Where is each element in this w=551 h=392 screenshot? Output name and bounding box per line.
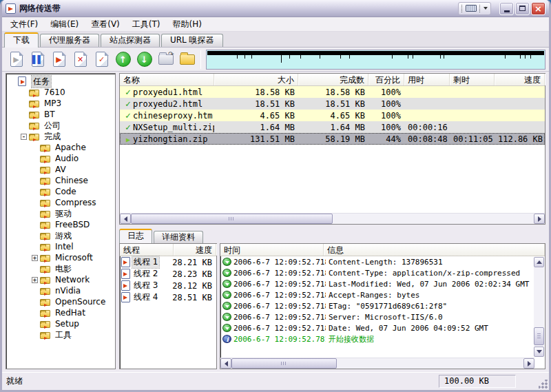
menu-item[interactable]: 文件(F) <box>4 17 44 32</box>
task-row[interactable]: NXSetup_multi.zip 1.64 MB 1.64 MB 100% 0… <box>120 121 545 133</box>
scroll-right-button[interactable] <box>523 358 534 369</box>
log-row[interactable]: 2006-6-7 12:09:52.718 Content-Type: appl… <box>220 267 545 278</box>
bottom-tab[interactable]: 日志 <box>119 229 152 243</box>
scrollbar-thumb[interactable] <box>131 214 333 224</box>
log-row[interactable]: 2006-6-7 12:09:52.718 Content-Length: 13… <box>220 256 545 267</box>
column-header[interactable]: 速度 <box>174 244 216 256</box>
task-row[interactable]: proxyedu2.html 18.51 KB 18.51 KB 100% <box>120 98 545 110</box>
minimize-button[interactable] <box>499 2 514 15</box>
column-header[interactable]: 完成数 <box>298 74 368 85</box>
column-header[interactable]: 剩时 <box>450 74 495 85</box>
log-row[interactable]: 2006-6-7 12:09:52.718 Last-Modified: Wed… <box>220 278 545 289</box>
log-status-icon <box>222 335 231 343</box>
tab[interactable]: 站点探测器 <box>101 34 160 47</box>
task-row[interactable]: yizhongtian.zip 131.51 MB 58.19 MB 44% 0… <box>120 133 545 145</box>
ime-language-bar[interactable] <box>458 2 491 15</box>
column-header[interactable]: 信息 <box>324 244 545 256</box>
column-header[interactable]: 名称 <box>120 74 214 85</box>
thread-row[interactable]: 线程 4 28.51 KB <box>120 291 216 303</box>
log-row[interactable]: 2006-6-7 12:09:52.718 Accept-Ranges: byt… <box>220 289 545 300</box>
titlebar[interactable]: 网络传送带 × <box>2 0 549 17</box>
tree-item[interactable]: 工具 <box>6 329 115 340</box>
scrollbar-track[interactable] <box>231 358 523 369</box>
tree-item[interactable]: Code <box>6 186 115 197</box>
task-row[interactable]: chineseproxy.htm 4.65 KB 4.65 KB 100% <box>120 110 545 121</box>
log-vertical-scrollbar[interactable] <box>534 257 544 357</box>
thread-row[interactable]: 线程 2 28.23 KB <box>120 268 216 280</box>
open-file-button[interactable]: ↷ <box>155 50 176 70</box>
column-header[interactable]: 大小 <box>214 74 298 85</box>
move-down-button[interactable]: ↓ <box>134 50 155 70</box>
log-horizontal-scrollbar[interactable] <box>220 358 534 369</box>
ime-drag-handle[interactable] <box>461 5 463 12</box>
menu-item[interactable]: 查看(V) <box>85 17 126 32</box>
bottom-tab[interactable]: 详细资料 <box>154 231 203 243</box>
tree-expander-icon[interactable] <box>32 255 38 261</box>
tree-expander-icon[interactable] <box>32 277 38 283</box>
tree-item[interactable]: nVidia <box>6 285 115 296</box>
resize-grip[interactable] <box>539 380 548 389</box>
tree-item[interactable]: Microsoft <box>6 252 115 263</box>
tree-item[interactable]: Network <box>6 274 115 285</box>
ime-options-arrow-icon[interactable] <box>484 7 488 10</box>
tree-item[interactable]: 游戏 <box>6 230 115 241</box>
thread-row[interactable]: 线程 3 28.12 KB <box>120 280 216 291</box>
tree-item[interactable]: Intel <box>6 241 115 252</box>
tree-item[interactable]: AV <box>6 164 115 175</box>
column-header[interactable]: 百分比 <box>368 74 404 85</box>
scrollbar-track[interactable] <box>131 214 534 224</box>
log-row[interactable]: 2006-6-7 12:09:52.781 开始接收数据 <box>220 333 545 344</box>
tree-item[interactable]: 任务 <box>6 76 115 87</box>
maximize-button[interactable] <box>515 2 530 15</box>
task-row[interactable]: proxyedu1.html 18.58 KB 18.58 KB 100% <box>120 86 545 98</box>
scroll-right-button[interactable] <box>534 214 545 224</box>
tree-item[interactable]: MP3 <box>6 98 115 109</box>
scrollbar-thumb[interactable] <box>231 358 337 369</box>
move-up-button[interactable]: ↑ <box>112 50 134 70</box>
tree-item[interactable]: 7610 <box>6 87 115 98</box>
tab[interactable]: 代理服务器 <box>40 34 99 47</box>
tree-item[interactable]: 驱动 <box>6 208 115 219</box>
scroll-down-button[interactable] <box>534 347 544 357</box>
close-button[interactable]: × <box>531 2 545 15</box>
log-row[interactable]: 2006-6-7 12:09:52.718 Server: Microsoft-… <box>220 311 545 322</box>
open-folder-button[interactable] <box>176 50 198 70</box>
tab[interactable]: URL 嗅探器 <box>161 34 223 47</box>
menu-item[interactable]: 帮助(H) <box>167 17 208 32</box>
column-header[interactable]: 线程 <box>120 244 174 256</box>
tree-item[interactable]: Chinese <box>6 175 115 186</box>
tree-item[interactable]: 完成 <box>6 131 115 142</box>
resume-button[interactable]: ▶ <box>48 50 70 70</box>
tree-item[interactable]: 电影 <box>6 263 115 274</box>
tree-item[interactable]: BT <box>6 109 115 120</box>
scroll-left-button[interactable] <box>220 358 231 369</box>
tree-item[interactable]: RedHat <box>6 307 115 318</box>
menu-item[interactable]: 编辑(E) <box>44 17 85 32</box>
thread-row[interactable]: 线程 1 28.21 KB <box>120 256 216 268</box>
tree-item[interactable]: Audio <box>6 153 115 164</box>
keyboard-icon[interactable] <box>466 5 477 12</box>
column-header[interactable]: 速度 <box>495 74 545 85</box>
scroll-up-button[interactable] <box>534 257 544 267</box>
task-horizontal-scrollbar[interactable] <box>120 213 545 224</box>
pause-button[interactable]: ▌▌ <box>27 50 48 70</box>
tree-item[interactable]: FreeBSD <box>6 219 115 230</box>
menu-item[interactable]: 工具(T) <box>126 17 167 32</box>
tab[interactable]: 下载 <box>4 32 39 48</box>
delete-button[interactable]: ✕ <box>70 50 91 70</box>
tree-item[interactable]: Setup <box>6 318 115 329</box>
column-header[interactable]: 用时 <box>404 74 450 85</box>
scrollbar-thumb[interactable] <box>534 327 544 345</box>
log-row[interactable]: 2006-6-7 12:09:52.718 ETag: "0591771d689… <box>220 300 545 311</box>
column-header[interactable]: 时间 <box>220 244 324 256</box>
tree-expander-icon[interactable] <box>21 134 27 140</box>
log-row[interactable]: 2006-6-7 12:09:52.718 Date: Wed, 07 Jun … <box>220 322 545 333</box>
new-task-button[interactable]: ▶ <box>6 50 27 70</box>
scroll-left-button[interactable] <box>120 214 131 224</box>
commit-button[interactable]: ✓ <box>91 50 112 70</box>
tree-item[interactable]: 公司 <box>6 120 115 131</box>
tree-item[interactable]: Apache <box>6 142 115 153</box>
scrollbar-track[interactable] <box>534 267 544 347</box>
tree-item[interactable]: OpenSource <box>6 296 115 307</box>
tree-item[interactable]: Compress <box>6 197 115 208</box>
